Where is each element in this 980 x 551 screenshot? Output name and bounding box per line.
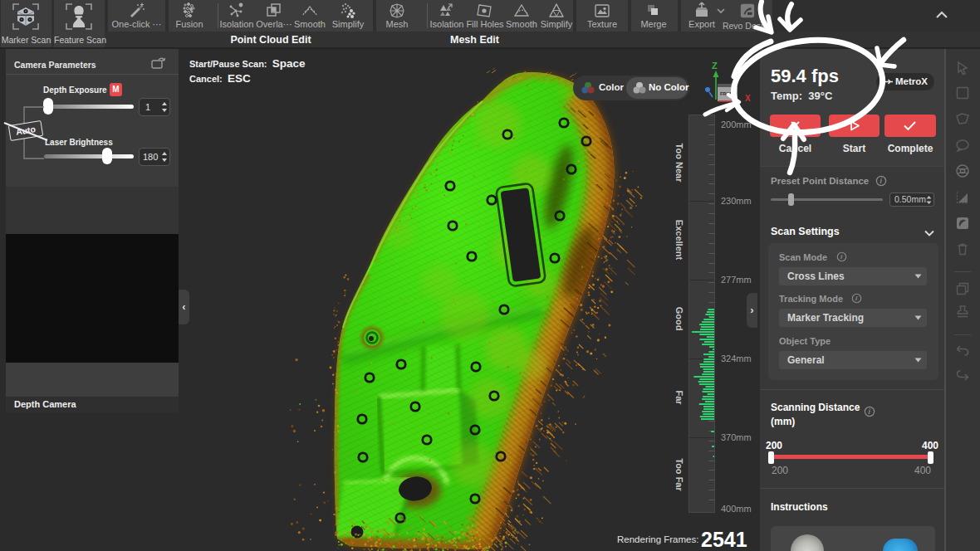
svg-text:i: i xyxy=(880,177,882,185)
svg-text:Z: Z xyxy=(712,61,718,71)
svg-text:X: X xyxy=(745,94,751,103)
svg-text:i: i xyxy=(840,253,843,261)
svg-text:i: i xyxy=(855,295,858,302)
svg-text:i: i xyxy=(868,407,870,416)
svg-text:FRONT: FRONT xyxy=(720,91,737,96)
